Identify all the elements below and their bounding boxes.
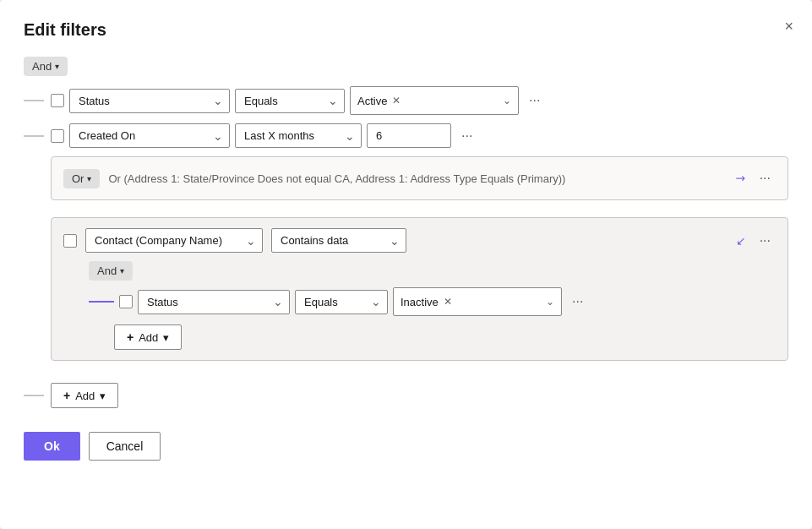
bottom-add-button[interactable]: + Add ▾ <box>51 383 118 408</box>
inner-add-plus: + <box>127 330 134 344</box>
chip-value-1: Active <box>357 95 387 107</box>
edit-filters-dialog: Edit filters × And ▾ Status Created On C… <box>0 0 812 529</box>
inner-add-chevron: ▾ <box>163 331 169 344</box>
inner-and-chevron: ▾ <box>120 266 124 275</box>
nested-group-more[interactable]: ··· <box>755 230 776 252</box>
value-chip-container-1: Active ✕ ⌄ <box>350 86 519 115</box>
or-group-box: Or ▾ Or (Address 1: State/Province Does … <box>51 156 788 200</box>
nested-group-checkbox[interactable] <box>63 234 77 248</box>
inner-and-label: And <box>97 264 117 277</box>
cancel-button[interactable]: Cancel <box>89 432 161 461</box>
nested-group-box: Contact (Company Name) Status Created On… <box>51 217 788 361</box>
bottom-connector <box>24 395 44 396</box>
inner-and-badge[interactable]: And ▾ <box>89 261 133 281</box>
inner-and-row: And ▾ <box>63 261 776 281</box>
inner-field-select[interactable]: Status Created On Contact (Company Name) <box>138 290 290 314</box>
inner-connector <box>89 301 114 303</box>
field-select-wrapper-1: Status Created On Contact (Company Name) <box>69 89 230 113</box>
nested-field-select[interactable]: Contact (Company Name) Status Created On <box>85 228 263 253</box>
or-logic-badge[interactable]: Or ▾ <box>63 169 100 188</box>
inner-more-options[interactable]: ··· <box>567 291 588 313</box>
operator-select-1[interactable]: Equals Does not equal <box>235 89 345 113</box>
more-options-2[interactable]: ··· <box>456 125 477 147</box>
inner-add-row: + Add ▾ <box>63 324 776 350</box>
operator-select-wrapper-1: Equals Does not equal <box>235 89 345 113</box>
nested-group-header: Contact (Company Name) Status Created On… <box>63 228 776 253</box>
dialog-footer: Ok Cancel <box>24 432 788 461</box>
or-group-label: Or (Address 1: State/Province Does not e… <box>108 172 727 185</box>
connector-line-1 <box>24 100 44 101</box>
bottom-add-chevron: ▾ <box>100 390 106 402</box>
inner-add-label: Add <box>139 331 158 344</box>
filters-body: And ▾ Status Created On Contact (Company… <box>24 57 788 461</box>
collapse-icon[interactable]: ↙ <box>736 234 746 248</box>
inner-filter-row-wrapper: Status Created On Contact (Company Name)… <box>63 287 776 316</box>
top-logic-badge[interactable]: And ▾ <box>24 57 68 76</box>
ok-button[interactable]: Ok <box>24 432 80 461</box>
inner-field-select-wrapper: Status Created On Contact (Company Name) <box>138 290 290 314</box>
inner-chip-dropdown-arrow[interactable]: ⌄ <box>546 296 554 308</box>
bottom-add-plus: + <box>63 389 70 402</box>
or-logic-chevron: ▾ <box>87 174 91 183</box>
field-select-1[interactable]: Status Created On Contact (Company Name) <box>69 89 230 113</box>
top-logic-chevron: ▾ <box>55 62 59 71</box>
field-select-2[interactable]: Created On Status Contact (Company Name) <box>69 123 230 148</box>
filter-row-2: Created On Status Contact (Company Name)… <box>24 123 788 148</box>
or-logic-label: Or <box>72 172 84 185</box>
bottom-add-row: + Add ▾ <box>24 383 788 408</box>
field-select-wrapper-2: Created On Status Contact (Company Name) <box>69 123 230 148</box>
value-chip-1: Active ✕ <box>357 95 401 107</box>
inner-operator-select[interactable]: Equals Does not equal <box>295 290 388 314</box>
inner-value-chip: Inactive ✕ <box>401 296 452 308</box>
filter-row-1-checkbox[interactable] <box>51 94 64 107</box>
nested-operator-select-wrapper: Contains data Does not contain data Equa… <box>271 228 406 253</box>
connector-line-2 <box>24 135 44 137</box>
bottom-add-label: Add <box>75 390 95 402</box>
inner-value-chip-container: Inactive ✕ ⌄ <box>393 287 562 316</box>
nested-field-select-wrapper: Contact (Company Name) Status Created On <box>85 228 263 253</box>
chip-dropdown-arrow-1[interactable]: ⌄ <box>503 95 511 106</box>
value-text-2[interactable] <box>367 123 451 148</box>
inner-chip-value: Inactive <box>401 296 439 308</box>
filter-row-2-checkbox[interactable] <box>51 129 64 143</box>
chip-close-1[interactable]: ✕ <box>392 95 401 106</box>
more-options-1[interactable]: ··· <box>524 90 545 112</box>
dialog-title: Edit filters <box>24 20 788 40</box>
expand-icon[interactable]: ↗ <box>733 170 749 187</box>
or-group-wrapper: Or ▾ Or (Address 1: State/Province Does … <box>51 156 788 209</box>
inner-add-button[interactable]: + Add ▾ <box>114 324 182 350</box>
filter-row-2-content: Created On Status Contact (Company Name)… <box>51 123 788 148</box>
inner-checkbox[interactable] <box>119 295 133 308</box>
nested-group-wrapper: Contact (Company Name) Status Created On… <box>51 217 788 369</box>
top-logic-label: And <box>32 60 52 73</box>
inner-operator-select-wrapper: Equals Does not equal <box>295 290 388 314</box>
filter-row-1: Status Created On Contact (Company Name)… <box>24 86 788 115</box>
filter-row-1-content: Status Created On Contact (Company Name)… <box>51 86 788 115</box>
nested-operator-select[interactable]: Contains data Does not contain data Equa… <box>271 228 406 253</box>
inner-chip-close[interactable]: ✕ <box>444 297 452 307</box>
or-group-header: Or ▾ Or (Address 1: State/Province Does … <box>63 167 776 189</box>
operator-select-2[interactable]: Last X months Last X days Last X years <box>235 123 362 148</box>
close-button[interactable]: × <box>781 15 797 37</box>
or-group-more[interactable]: ··· <box>755 167 776 189</box>
inner-filter-row: Status Created On Contact (Company Name)… <box>89 287 776 316</box>
operator-select-wrapper-2: Last X months Last X days Last X years <box>235 123 362 148</box>
